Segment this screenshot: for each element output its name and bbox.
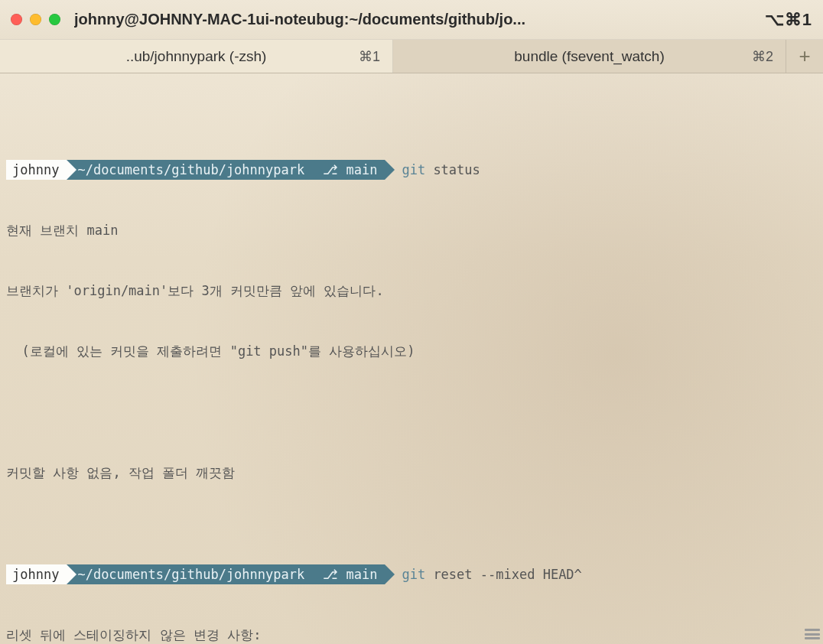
minimize-window-button[interactable]: [30, 14, 41, 25]
tab-shortcut: ⌘2: [752, 48, 773, 65]
command-args: status: [425, 162, 480, 177]
output-line: (로컬에 있는 커밋을 제출하려면 "git push"를 사용하십시오): [6, 341, 817, 361]
scroll-indicator-icon: [805, 629, 820, 639]
terminal-content[interactable]: johnny ~/documents/github/johnnypark ⎇ m…: [0, 73, 823, 644]
prompt-user: johnny: [6, 160, 67, 180]
tab-label: bundle (fsevent_watch): [514, 48, 664, 65]
close-window-button[interactable]: [11, 14, 22, 25]
prompt-line: johnny ~/documents/github/johnnypark ⎇ m…: [6, 564, 817, 584]
git-keyword: git: [402, 567, 425, 582]
output-blank: [6, 402, 817, 422]
tab-label: ..ub/johnnypark (-zsh): [126, 48, 267, 65]
prompt-line: johnny ~/documents/github/johnnypark ⎇ m…: [6, 160, 817, 180]
prompt-path: ~/documents/github/johnnypark: [67, 160, 312, 180]
window-titlebar: johnny@JOHNNY-MAC-1ui-noteubug:~/documen…: [0, 0, 823, 40]
tab-bar: ..ub/johnnypark (-zsh) ⌘1 bundle (fseven…: [0, 40, 823, 73]
window-title: johnny@JOHNNY-MAC-1ui-noteubug:~/documen…: [74, 11, 765, 28]
output-line: 현재 브랜치 main: [6, 220, 817, 240]
tab-2[interactable]: bundle (fsevent_watch) ⌘2: [393, 40, 786, 73]
command: git reset --mixed HEAD^: [402, 564, 581, 584]
new-tab-button[interactable]: +: [786, 40, 823, 73]
prompt-branch: ⎇ main: [312, 160, 385, 180]
traffic-lights: [11, 14, 60, 25]
command: git status: [402, 160, 480, 180]
command-args: reset --mixed HEAD^: [425, 567, 582, 582]
tab-shortcut: ⌘1: [359, 48, 380, 65]
prompt-user: johnny: [6, 564, 67, 584]
git-keyword: git: [402, 162, 425, 177]
output-line: 커밋할 사항 없음, 작업 폴더 깨끗함: [6, 463, 817, 483]
prompt-branch: ⎇ main: [312, 564, 385, 584]
zoom-window-button[interactable]: [49, 14, 60, 25]
output-line: 리셋 뒤에 스테이징하지 않은 변경 사항:: [6, 625, 817, 644]
output-line: 브랜치가 'origin/main'보다 3개 커밋만큼 앞에 있습니다.: [6, 281, 817, 301]
prompt-path: ~/documents/github/johnnypark: [67, 564, 312, 584]
tab-1[interactable]: ..ub/johnnypark (-zsh) ⌘1: [0, 40, 393, 73]
window-shortcut-label: ⌥⌘1: [765, 10, 812, 30]
